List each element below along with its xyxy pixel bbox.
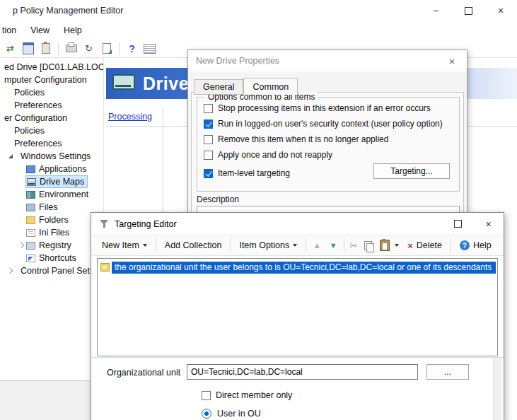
folders-icon [26,216,35,224]
close-button[interactable]: × [484,0,517,21]
tree-item-label: Ini Files [39,228,69,238]
user-in-ou-row: User in OU [202,409,261,419]
back-forward-icon[interactable]: ⇄ [3,42,18,55]
close-button[interactable]: × [473,213,504,235]
help-icon: ? [460,240,470,250]
details-scrollbar[interactable] [493,358,502,420]
checkbox-label: Remove this item when it is no longer ap… [218,134,388,144]
tree-horizontal-scrollbar[interactable] [0,380,104,420]
item-options-button[interactable]: Item Options [236,238,301,252]
tree-item-drive-maps[interactable]: Drive Maps [0,175,103,188]
remove-when-no-longer-applied-checkbox[interactable] [204,135,213,144]
user-in-ou-radio[interactable] [202,409,211,419]
expander-spacer [17,228,26,238]
minimize-button[interactable]: − [419,0,452,21]
toolbar-separator [344,238,344,252]
tree-item-applications[interactable]: Applications [0,163,103,175]
dialog-close-button[interactable]: × [437,50,467,71]
add-collection-button[interactable]: Add Collection [161,238,226,252]
menu-view[interactable]: View [23,25,57,35]
tree-item-ini-files[interactable]: Ini Files [0,226,103,239]
tab-common[interactable]: Common [243,78,298,95]
tree-item-label: Folders [39,215,69,225]
tree-item-label: mputer Configuration [4,75,87,85]
browse-button[interactable]: ... [426,364,469,380]
copy-icon[interactable] [364,241,372,250]
dialog-title: Targeting Editor [115,219,177,229]
help-icon[interactable]: ? [124,42,139,55]
stop-processing-checkbox[interactable] [204,104,213,113]
maximize-icon [465,7,472,15]
organizational-unit-input[interactable] [187,364,418,380]
print-icon[interactable] [64,42,79,55]
clipboard-icon[interactable] [38,42,53,55]
console-tree-icon[interactable] [21,42,35,55]
tree-item-registry[interactable]: Registry [0,239,103,252]
new-item-button[interactable]: New Item [98,238,151,252]
tree-item-control-panel-settings[interactable]: Control Panel Sett [0,264,103,277]
tab-strip: General Common [194,78,298,95]
tree-item-label: Files [39,202,57,212]
tree-item-computer-policies[interactable]: Policies [0,86,103,99]
direct-member-only-checkbox[interactable] [202,391,211,400]
expand-arrow-icon[interactable] [6,267,15,276]
tree-item-root[interactable]: ed Drive [DC01.LAB.LOCA [0,61,103,74]
expander-spacer [17,165,26,174]
delete-button[interactable]: × Delete [404,238,446,253]
expander-spacer [17,203,26,212]
help-button[interactable]: ? Help [456,238,495,252]
dialog-titlebar: Targeting Editor [91,213,504,235]
delete-label: Delete [417,240,442,250]
tree-item-user-configuration[interactable]: er Configuration [0,112,103,124]
tree-item-computer-preferences[interactable]: Preferences [0,99,103,112]
direct-member-row: Direct member only [202,390,292,400]
screen: p Policy Management Editor − × tion View… [0,0,517,420]
tree-item-shortcuts[interactable]: Shortcuts [0,252,103,264]
maximize-button[interactable] [443,213,473,235]
menu-help[interactable]: Help [57,25,89,35]
paste-icon[interactable] [380,240,390,251]
cut-icon[interactable]: ✂ [349,240,357,251]
tree-item-label: Applications [39,164,86,174]
tree-item-environment[interactable]: Environment [0,188,103,201]
tree-item-label: Windows Settings [21,151,91,161]
toolbar-separator [58,42,59,55]
expander-spacer [17,216,26,225]
maximize-button[interactable] [452,0,484,21]
tree-item-computer-configuration[interactable]: mputer Configuration [0,74,103,86]
menu-action[interactable]: tion [0,25,23,35]
tab-general[interactable]: General [194,79,243,95]
export-list-icon[interactable] [99,42,114,55]
tree-item-user-policies[interactable]: Policies [0,124,103,137]
checkbox-row: Apply once and do not reapply [204,149,332,161]
applications-icon [26,165,35,173]
tree-item-windows-settings[interactable]: Windows Settings [0,150,103,163]
chevron-down-icon[interactable] [395,244,399,247]
apply-once-checkbox[interactable] [204,151,213,160]
drive-maps-banner-icon [112,74,135,90]
item-options-label: Item Options [239,240,289,250]
targeting-button[interactable]: Targeting... [373,163,450,179]
expand-arrow-icon[interactable] [6,152,15,161]
checkbox-row: Remove this item when it is no longer ap… [204,134,388,145]
checkbox-label: Run in logged-on user's security context… [218,119,443,129]
targeting-list-item[interactable]: the organizational unit the user belongs… [99,261,496,274]
refresh-icon[interactable]: ↻ [81,42,96,55]
tree-item-user-preferences[interactable]: Preferences [0,137,103,150]
list-view-icon[interactable] [142,42,157,55]
expander-spacer [17,254,26,263]
tree-item-files[interactable]: Files [0,201,103,214]
run-in-user-context-checkbox[interactable] [204,119,213,129]
item-level-targeting-checkbox[interactable] [204,169,213,178]
user-in-ou-label: User in OU [217,409,261,419]
maximize-icon [454,220,462,228]
expand-arrow-icon[interactable] [17,241,26,250]
toolbar-separator [230,238,231,252]
delete-x-icon: × [407,240,413,251]
move-up-icon[interactable]: ▲ [311,241,323,250]
processing-link[interactable]: Processing [108,112,152,122]
tree-item-folders[interactable]: Folders [0,214,103,226]
move-down-icon[interactable]: ▼ [327,241,339,250]
checkbox-label: Apply once and do not reapply [218,150,332,160]
targeting-toolbar: New Item Add Collection Item Options ▲ ▼… [91,235,504,256]
